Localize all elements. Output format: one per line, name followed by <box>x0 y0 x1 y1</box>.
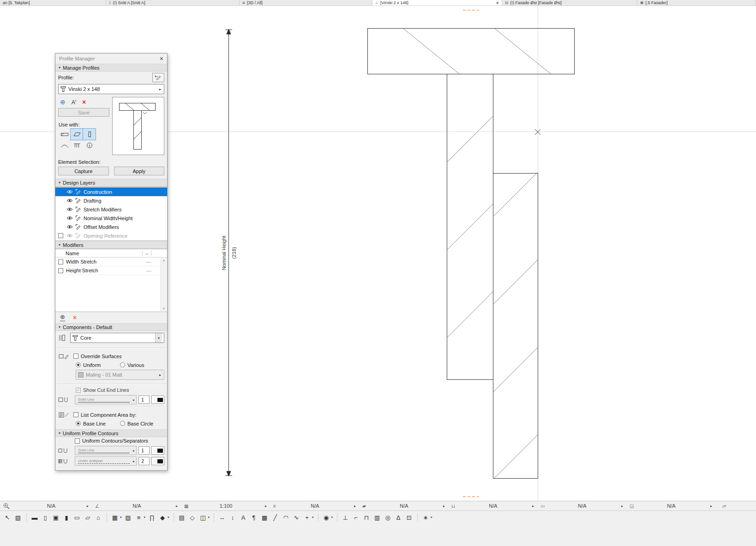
chevron-right-icon[interactable]: ▸ <box>710 504 712 508</box>
delete-modifier-button[interactable]: × <box>73 314 77 321</box>
tab-3d-all[interactable]: ⬙ [3D / All] <box>240 0 372 6</box>
apply-button[interactable]: Apply <box>114 167 165 175</box>
layer-row-stretch-modifiers[interactable]: Stretch Modifiers <box>55 205 167 214</box>
new-profile-button[interactable]: ⊕ <box>60 98 66 106</box>
chevron-down-icon[interactable]: ▾ <box>155 333 162 342</box>
section-design-layers[interactable]: ▾ Design Layers <box>55 179 167 186</box>
magic-wand-icon[interactable]: ∗ <box>421 513 430 522</box>
marquee-tool-icon[interactable]: ▧ <box>13 513 23 522</box>
section-uniform-profile-contours[interactable]: ▾ Uniform Profile Contours <box>55 429 167 437</box>
interior-elevation-tool-icon[interactable]: ⊓ <box>362 513 371 522</box>
component-select[interactable]: Core ▾ <box>70 333 164 343</box>
change-tool-icon[interactable]: Δ <box>394 513 403 522</box>
add-modifier-button[interactable]: ⊕ <box>60 314 65 321</box>
profile-options-button[interactable] <box>152 73 164 82</box>
collapse-icon[interactable]: ▾ <box>59 325 60 329</box>
eye-icon[interactable] <box>66 225 73 229</box>
profile-status-value[interactable]: N/A <box>489 503 497 509</box>
surface-select[interactable]: Maling - 01 Matt ▸ <box>76 370 164 380</box>
arrow-tool-icon[interactable]: ↖ <box>3 513 12 522</box>
section-manage-profiles[interactable]: ▾ Manage Profiles <box>55 64 167 72</box>
nominal-height-dimension[interactable]: Nominal Height (218) <box>221 29 237 476</box>
layer-row-construction[interactable]: Construction <box>55 187 167 196</box>
eye-icon[interactable] <box>66 216 73 220</box>
separator-line-type-select[interactable]: Under snittplan ▸ <box>75 456 137 466</box>
door-tool-icon[interactable]: ▯ <box>41 513 50 522</box>
tab-vinski-profile[interactable]: ⊥ [Vinski 2 x 148] × <box>372 0 502 6</box>
snap-value[interactable]: N/A <box>667 503 675 509</box>
profile-flange[interactable] <box>368 29 575 74</box>
stair-tool-icon[interactable]: ≡ <box>134 513 144 522</box>
collapse-icon[interactable]: ▾ <box>59 432 60 435</box>
scroll-down-icon[interactable]: ▼ <box>162 307 165 310</box>
hotspot-tool-dropdown-icon[interactable]: ▾ <box>312 516 314 519</box>
spline-tool-icon[interactable]: ∿ <box>292 513 301 522</box>
chevron-right-icon[interactable]: ▸ <box>87 504 89 508</box>
eye-icon[interactable] <box>66 207 73 211</box>
opening-reference-checkbox[interactable] <box>58 233 63 238</box>
show-cut-end-lines-checkbox[interactable]: ✓ Show Cut End Lines <box>76 387 164 393</box>
modifier-row-width-stretch[interactable]: Width Stretch --- <box>55 258 167 266</box>
modifier-extent-icon[interactable]: ↔ <box>142 251 151 256</box>
elevation-tool-icon[interactable]: ⌐ <box>351 513 360 522</box>
uniform-radio[interactable]: Uniform <box>76 362 120 368</box>
list-component-area-checkbox[interactable]: List Component Area by: <box>73 412 136 418</box>
layer-row-offset-modifiers[interactable]: Offset Modifiers <box>55 222 167 231</box>
sheet-icon[interactable]: ▱ <box>722 503 726 509</box>
contour-line-type-select[interactable]: Solid Line ▸ <box>75 446 137 455</box>
section-components[interactable]: ▾ Components - Default <box>55 323 167 331</box>
slab-tool-icon[interactable]: ▱ <box>83 513 92 522</box>
palette-close-icon[interactable]: × <box>160 55 163 62</box>
profile-geometry[interactable] <box>368 29 575 479</box>
various-radio[interactable]: Various <box>120 362 164 368</box>
mesh-tool-dropdown-icon[interactable]: ▾ <box>120 516 122 519</box>
base-line-radio[interactable]: Base Line <box>76 421 120 426</box>
eye-icon[interactable] <box>66 234 73 238</box>
text-tool-icon[interactable]: A <box>239 513 248 522</box>
delete-profile-button[interactable]: × <box>82 98 86 106</box>
use-with-beam-toggle[interactable] <box>71 129 83 140</box>
magic-wand-dropdown-icon[interactable]: ▾ <box>431 516 432 519</box>
chevron-right-icon[interactable]: ▸ <box>354 504 356 508</box>
tab-fasader-layout[interactable]: ▣ [.5 Fasader] <box>637 0 756 6</box>
collapse-icon[interactable]: ▾ <box>59 181 60 185</box>
tab-close-icon[interactable]: × <box>493 0 499 6</box>
detail-tool-icon[interactable]: ◎ <box>383 513 392 522</box>
window-tool-icon[interactable]: ▣ <box>51 513 60 522</box>
modifier-row-height-stretch[interactable]: Height Stretch --- <box>55 266 167 275</box>
base-circle-radio[interactable]: Base Circle <box>120 421 164 426</box>
use-with-railing-toggle[interactable] <box>71 140 83 151</box>
roof-tool-icon[interactable]: ⌂ <box>94 513 103 522</box>
dimension-tool-icon[interactable]: ↔ <box>217 513 227 522</box>
morph-tool-icon[interactable]: ◇ <box>188 513 197 522</box>
use-with-wall-toggle[interactable] <box>58 129 71 140</box>
hotspot-tool-icon[interactable]: + <box>302 513 312 522</box>
3d-document-tool-icon[interactable]: ⊡ <box>404 513 414 522</box>
palette-titlebar[interactable]: Profile Manager × <box>55 54 167 64</box>
tab-fasade-ost[interactable]: ▤ (!) Fasade Øst [Fasade Øst] <box>502 0 637 6</box>
layer-row-opening-reference[interactable]: Opening Reference <box>55 231 167 240</box>
modifiers-scrollbar[interactable]: ▲ ▼ <box>161 258 167 311</box>
chevron-right-icon[interactable]: ▸ <box>265 504 267 508</box>
opening-tool-icon[interactable]: ◫ <box>198 513 208 522</box>
override-surfaces-checkbox[interactable]: Override Surfaces <box>73 354 122 359</box>
section-tool-icon[interactable]: ⊥ <box>341 513 350 522</box>
width-stretch-checkbox[interactable] <box>58 259 63 264</box>
tab-takplan[interactable]: an [5. Takplan] <box>0 0 106 6</box>
zoom-value[interactable]: N/A <box>47 503 55 509</box>
arc-tool-icon[interactable]: ◠ <box>281 513 290 522</box>
eye-icon[interactable] <box>66 198 73 203</box>
cut-pen-number[interactable]: 1 <box>138 396 150 404</box>
capture-button[interactable]: Capture <box>58 167 109 175</box>
scroll-up-icon[interactable]: ▲ <box>162 259 165 262</box>
wall-tool-icon[interactable]: ▬ <box>30 513 39 522</box>
angle-value[interactable]: N/A <box>132 503 141 509</box>
eye-icon[interactable] <box>66 190 73 194</box>
height-stretch-checkbox[interactable] <box>58 268 63 273</box>
object-tool-dropdown-icon[interactable]: ▾ <box>168 516 169 519</box>
cut-line-type-select[interactable]: Solid Line ▸ <box>75 395 137 404</box>
camera-tool-dropdown-icon[interactable]: ▾ <box>331 516 333 519</box>
worksheet-tool-icon[interactable]: ▥ <box>372 513 382 522</box>
layer-row-nominal-width-height[interactable]: Nominal Width/Height <box>55 214 167 222</box>
contour-pen-number[interactable]: 1 <box>138 446 150 455</box>
